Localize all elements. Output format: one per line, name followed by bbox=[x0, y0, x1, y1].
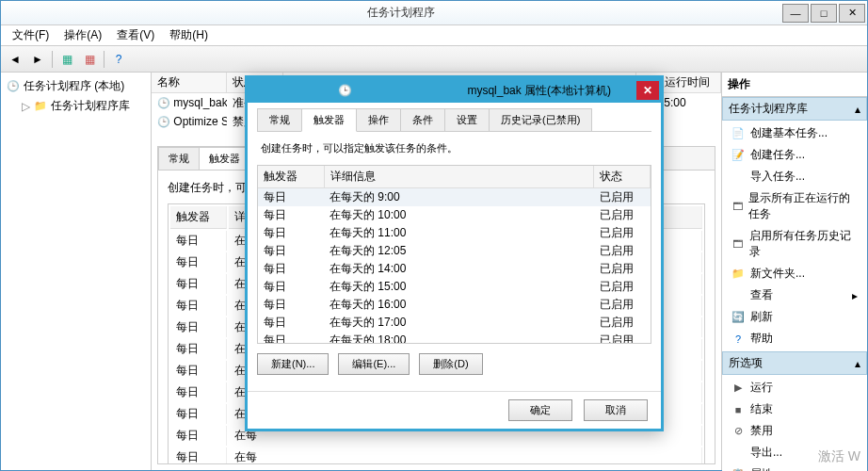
action-item[interactable]: 📄创建基本任务... bbox=[722, 122, 867, 144]
trigger-row[interactable]: 每日在每天的 15:00已启用 bbox=[258, 278, 651, 296]
window-title: 任务计划程序 bbox=[20, 5, 782, 21]
action-icon: 📁 bbox=[731, 268, 745, 281]
action-icon bbox=[731, 289, 745, 302]
delete-trigger-button[interactable]: 删除(D) bbox=[419, 353, 482, 375]
action-icon: 🔄 bbox=[731, 311, 745, 324]
dt-col-trigger[interactable]: 触发器 bbox=[170, 206, 227, 229]
collapse-icon: ▴ bbox=[855, 357, 860, 370]
edit-trigger-button[interactable]: 编辑(E)... bbox=[338, 353, 410, 375]
ok-button[interactable]: 确定 bbox=[508, 399, 572, 421]
toolbar-icon-1[interactable]: ▦ bbox=[56, 49, 77, 70]
action-icon: 🗔 bbox=[731, 237, 744, 251]
help-icon[interactable]: ? bbox=[108, 49, 129, 70]
minimize-button[interactable]: — bbox=[782, 4, 809, 23]
trigger-row[interactable]: 每日在每天的 14:00已启用 bbox=[258, 260, 651, 278]
trigger-row[interactable]: 每日在每天的 9:00已启用 bbox=[258, 188, 651, 207]
action-item[interactable]: 🗔启用所有任务历史记录 bbox=[722, 225, 867, 263]
actions-pane: 操作 任务计划程序库▴ 📄创建基本任务...📝创建任务... 导入任务...🗔显… bbox=[721, 73, 867, 470]
menu-help[interactable]: 帮助(H) bbox=[162, 25, 216, 45]
watermark: 激活 W bbox=[818, 448, 860, 465]
col-detail[interactable]: 详细信息 bbox=[324, 166, 594, 188]
dialog-tab[interactable]: 设置 bbox=[444, 108, 490, 131]
dialog-tabs: 常规触发器操作条件设置历史记录(已禁用) bbox=[257, 108, 651, 132]
trigger-row[interactable]: 每日在每天的 11:00已启用 bbox=[258, 224, 651, 242]
action-item[interactable]: ■结束 bbox=[722, 398, 867, 420]
clock-icon: 🕒 bbox=[7, 80, 20, 93]
menu-view[interactable]: 查看(V) bbox=[109, 25, 162, 45]
action-icon: ? bbox=[731, 333, 745, 346]
forward-icon[interactable]: ► bbox=[27, 49, 48, 70]
properties-dialog: 🕒 mysql_bak 属性(本地计算机) ✕ 常规触发器操作条件设置历史记录(… bbox=[245, 75, 664, 431]
table-row[interactable]: 每日在每 bbox=[170, 447, 702, 464]
action-icon: 📝 bbox=[731, 149, 745, 162]
trigger-table: 触发器 详细信息 状态 每日在每天的 9:00已启用每日在每天的 10:00已启… bbox=[258, 166, 651, 344]
maximize-button[interactable]: □ bbox=[811, 4, 837, 23]
folder-icon: 📁 bbox=[34, 100, 47, 113]
dialog-close-button[interactable]: ✕ bbox=[636, 81, 659, 100]
action-icon: ⊘ bbox=[731, 425, 745, 438]
trigger-row[interactable]: 每日在每天的 18:00已启用 bbox=[258, 332, 651, 344]
new-trigger-button[interactable]: 新建(N)... bbox=[257, 353, 329, 375]
trigger-row[interactable]: 每日在每天的 16:00已启用 bbox=[258, 296, 651, 314]
col-name[interactable]: 名称 bbox=[152, 73, 227, 92]
actions-section-selected[interactable]: 所选项▴ bbox=[722, 351, 867, 375]
action-item[interactable]: 📁新文件夹... bbox=[722, 263, 867, 284]
menu-action[interactable]: 操作(A) bbox=[56, 25, 109, 45]
action-icon: ■ bbox=[731, 403, 745, 416]
actions-title: 操作 bbox=[722, 73, 867, 97]
dialog-title-bar: 🕒 mysql_bak 属性(本地计算机) ✕ bbox=[248, 78, 661, 103]
action-item[interactable]: 导入任务... bbox=[722, 166, 867, 187]
tree-root-label: 任务计划程序 (本地) bbox=[24, 78, 124, 94]
title-bar: 任务计划程序 — □ ✕ bbox=[1, 1, 867, 25]
action-item[interactable]: ?帮助 bbox=[722, 328, 867, 349]
action-icon bbox=[731, 447, 745, 460]
action-icon bbox=[731, 171, 745, 184]
action-item[interactable]: 查看▸ bbox=[722, 284, 867, 306]
action-item[interactable]: 🔄刷新 bbox=[722, 306, 867, 328]
action-icon: 📄 bbox=[731, 127, 745, 140]
detail-tab[interactable]: 触发器 bbox=[199, 147, 250, 170]
menu-file[interactable]: 文件(F) bbox=[5, 25, 56, 45]
trigger-row[interactable]: 每日在每天的 12:05已启用 bbox=[258, 242, 651, 260]
back-icon[interactable]: ◄ bbox=[5, 49, 25, 70]
action-item[interactable]: ▶运行 bbox=[722, 377, 867, 398]
dialog-icon: 🕒 bbox=[248, 84, 442, 97]
close-button[interactable]: ✕ bbox=[839, 4, 865, 23]
action-icon: 🗔 bbox=[731, 200, 743, 213]
tree-child-label: 任务计划程序库 bbox=[51, 98, 130, 114]
tree-root[interactable]: 🕒 任务计划程序 (本地) bbox=[5, 76, 147, 96]
action-icon: 📋 bbox=[731, 468, 745, 472]
action-item[interactable]: 📝创建任务... bbox=[722, 144, 867, 166]
col-trigger[interactable]: 触发器 bbox=[258, 166, 324, 188]
trigger-row[interactable]: 每日在每天的 17:00已启用 bbox=[258, 314, 651, 332]
col-status[interactable]: 状态 bbox=[594, 166, 651, 188]
tree-child[interactable]: ▷ 📁 任务计划程序库 bbox=[5, 96, 147, 116]
dialog-tab[interactable]: 触发器 bbox=[301, 108, 357, 132]
dialog-desc: 创建任务时，可以指定触发该任务的条件。 bbox=[257, 132, 651, 165]
dialog-tab[interactable]: 条件 bbox=[400, 108, 445, 131]
action-item[interactable]: 🗔显示所有正在运行的任务 bbox=[722, 187, 867, 225]
dialog-tab[interactable]: 常规 bbox=[257, 108, 302, 131]
detail-tab[interactable]: 常规 bbox=[158, 147, 200, 170]
dialog-tab[interactable]: 操作 bbox=[356, 108, 401, 131]
action-item[interactable]: ⊘禁用 bbox=[722, 420, 867, 442]
toolbar-icon-2[interactable]: ▦ bbox=[79, 49, 100, 70]
dialog-title: mysql_bak 属性(本地计算机) bbox=[442, 83, 637, 99]
tree-pane: 🕒 任务计划程序 (本地) ▷ 📁 任务计划程序库 bbox=[1, 73, 152, 470]
cancel-button[interactable]: 取消 bbox=[584, 399, 648, 421]
menu-bar: 文件(F) 操作(A) 查看(V) 帮助(H) bbox=[1, 25, 867, 46]
collapse-icon: ▴ bbox=[855, 103, 860, 116]
action-icon: ▶ bbox=[731, 382, 745, 395]
tool-bar: ◄ ► ▦ ▦ ? bbox=[1, 46, 867, 73]
actions-section-library[interactable]: 任务计划程序库▴ bbox=[722, 97, 867, 121]
dialog-tab[interactable]: 历史记录(已禁用) bbox=[489, 108, 592, 131]
trigger-row[interactable]: 每日在每天的 10:00已启用 bbox=[258, 206, 651, 224]
